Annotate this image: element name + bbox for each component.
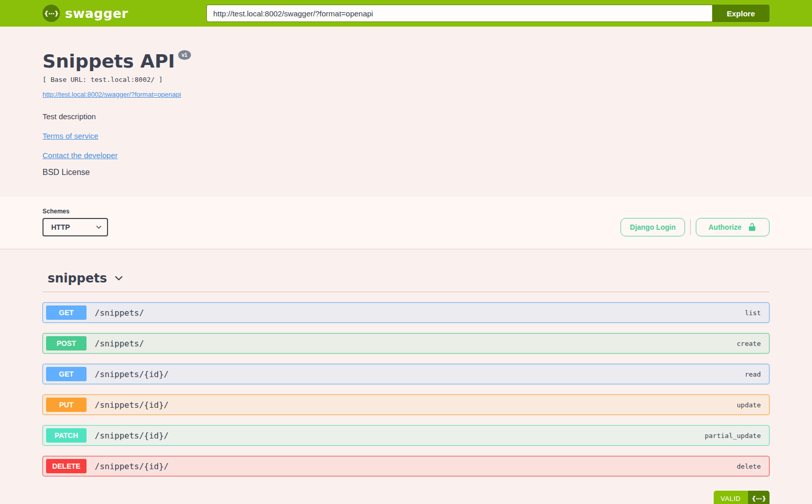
terms-of-service-link[interactable]: Terms of service <box>42 132 98 140</box>
operation-path: /snippets/{id}/ <box>95 369 169 379</box>
auth-wrapper: Django Login Authorize <box>621 218 770 236</box>
valid-label: VALID <box>714 491 748 504</box>
spec-url-input[interactable] <box>206 5 712 22</box>
tag-name: snippets <box>48 271 107 286</box>
operation-path: /snippets/ <box>95 308 144 318</box>
valid-badge[interactable]: VALID {···} <box>714 491 770 504</box>
operation-summary: update <box>737 401 761 409</box>
schemes-block: Schemes HTTP <box>42 208 108 236</box>
info-section: Snippets API v1 [ Base URL: test.local:8… <box>42 27 770 196</box>
chevron-down-icon[interactable] <box>113 273 124 284</box>
operation-summary: read <box>745 370 761 378</box>
operation-row[interactable]: DELETE /snippets/{id}/ delete <box>42 456 770 476</box>
method-badge: DELETE <box>46 459 87 473</box>
operation-summary: create <box>737 340 761 347</box>
operation-summary: list <box>745 309 761 317</box>
version-badge: v1 <box>178 50 191 60</box>
authorize-button[interactable]: Authorize <box>696 218 770 236</box>
swagger-braces-icon: {···} <box>42 5 60 22</box>
operation-path: /snippets/{id}/ <box>95 400 169 410</box>
tag-snippets[interactable]: snippets <box>42 271 770 292</box>
operation-list: GET /snippets/ list POST /snippets/ crea… <box>42 292 770 476</box>
base-url: [ Base URL: test.local:8002/ ] <box>42 76 770 83</box>
operations-section: snippets GET /snippets/ list POST /snipp… <box>42 249 770 504</box>
method-badge: POST <box>46 336 87 350</box>
scheme-select[interactable]: HTTP <box>42 218 108 236</box>
operation-path: /snippets/ <box>95 339 144 348</box>
license-text: BSD License <box>42 168 770 177</box>
operation-path: /snippets/{id}/ <box>95 462 169 471</box>
explore-button[interactable]: Explore <box>712 5 770 22</box>
spec-link[interactable]: http://test.local:8002/swagger/?format=o… <box>42 91 181 98</box>
swagger-logo: {···} swagger <box>42 5 128 22</box>
operation-row[interactable]: PATCH /snippets/{id}/ partial_update <box>42 425 770 446</box>
operation-row[interactable]: GET /snippets/{id}/ read <box>42 364 770 384</box>
page-title: Snippets API <box>42 52 175 71</box>
operation-row[interactable]: POST /snippets/ create <box>42 333 770 354</box>
schemes-label: Schemes <box>42 208 108 215</box>
method-badge: PATCH <box>46 428 87 443</box>
unlock-icon <box>747 223 757 232</box>
download-url-form: Explore <box>206 5 770 22</box>
contact-developer-link[interactable]: Contact the developer <box>42 151 118 160</box>
operation-row[interactable]: GET /snippets/ list <box>42 302 770 323</box>
operation-row[interactable]: PUT /snippets/{id}/ update <box>42 395 770 415</box>
scheme-container: Schemes HTTP Django Login Authorize <box>0 196 812 249</box>
method-badge: PUT <box>46 398 87 412</box>
topbar: {···} swagger Explore <box>0 0 812 27</box>
divider <box>690 220 691 235</box>
operation-path: /snippets/{id}/ <box>95 431 169 441</box>
django-login-button[interactable]: Django Login <box>621 218 685 236</box>
operation-summary: partial_update <box>704 432 761 440</box>
brand-name: swagger <box>65 6 128 21</box>
swagger-braces-icon: {···} <box>748 491 770 504</box>
operation-summary: delete <box>737 463 761 470</box>
authorize-label: Authorize <box>709 223 742 231</box>
method-badge: GET <box>46 367 87 381</box>
method-badge: GET <box>46 305 87 320</box>
api-description: Test description <box>42 112 770 121</box>
